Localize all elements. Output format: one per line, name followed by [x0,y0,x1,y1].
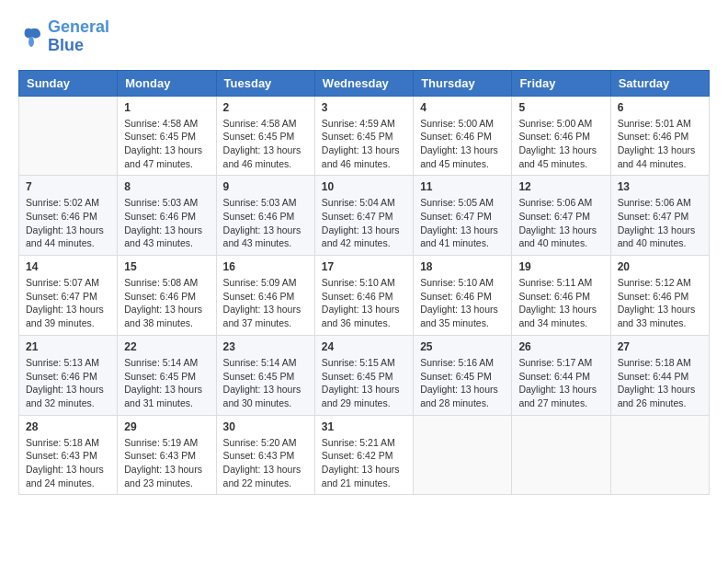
day-info: Sunrise: 5:14 AM Sunset: 6:45 PM Dayligh… [223,356,308,410]
calendar-cell: 2Sunrise: 4:58 AM Sunset: 6:45 PM Daylig… [216,96,314,176]
day-info: Sunrise: 5:21 AM Sunset: 6:42 PM Dayligh… [322,436,406,490]
calendar-header: SundayMondayTuesdayWednesdayThursdayFrid… [19,70,710,96]
day-number: 9 [223,180,308,193]
day-number: 17 [322,260,406,273]
calendar-cell: 3Sunrise: 4:59 AM Sunset: 6:45 PM Daylig… [314,96,413,176]
calendar-cell: 12Sunrise: 5:06 AM Sunset: 6:47 PM Dayli… [512,176,610,256]
day-info: Sunrise: 5:03 AM Sunset: 6:46 PM Dayligh… [124,196,209,250]
day-header-tuesday: Tuesday [216,70,314,96]
calendar-cell: 17Sunrise: 5:10 AM Sunset: 6:46 PM Dayli… [314,256,413,336]
day-info: Sunrise: 5:10 AM Sunset: 6:46 PM Dayligh… [322,276,406,330]
day-number: 8 [124,180,209,193]
calendar-cell: 25Sunrise: 5:16 AM Sunset: 6:45 PM Dayli… [414,335,512,415]
week-row-4: 28Sunrise: 5:18 AM Sunset: 6:43 PM Dayli… [19,415,710,495]
calendar-cell: 8Sunrise: 5:03 AM Sunset: 6:46 PM Daylig… [118,176,216,256]
day-header-wednesday: Wednesday [314,70,413,96]
calendar-body: 1Sunrise: 4:58 AM Sunset: 6:45 PM Daylig… [19,96,710,495]
calendar-cell: 9Sunrise: 5:03 AM Sunset: 6:46 PM Daylig… [216,176,314,256]
day-info: Sunrise: 4:59 AM Sunset: 6:45 PM Dayligh… [322,117,406,171]
day-info: Sunrise: 5:18 AM Sunset: 6:44 PM Dayligh… [618,356,702,410]
calendar-cell [414,415,512,495]
day-number: 22 [124,340,209,353]
day-number: 16 [223,260,308,273]
calendar-cell: 4Sunrise: 5:00 AM Sunset: 6:46 PM Daylig… [414,96,512,176]
calendar-cell [19,96,118,176]
day-number: 23 [223,340,308,353]
day-info: Sunrise: 5:06 AM Sunset: 6:47 PM Dayligh… [518,196,603,250]
day-number: 10 [322,180,406,193]
day-number: 19 [518,260,603,273]
day-info: Sunrise: 5:13 AM Sunset: 6:46 PM Dayligh… [26,356,110,410]
logo-text: General Blue [48,18,109,55]
calendar-cell: 22Sunrise: 5:14 AM Sunset: 6:45 PM Dayli… [118,335,216,415]
day-number: 12 [518,180,603,193]
calendar-cell: 21Sunrise: 5:13 AM Sunset: 6:46 PM Dayli… [19,335,118,415]
calendar-table: SundayMondayTuesdayWednesdayThursdayFrid… [18,70,710,496]
week-row-3: 21Sunrise: 5:13 AM Sunset: 6:46 PM Dayli… [19,335,710,415]
day-header-friday: Friday [512,70,610,96]
day-number: 6 [618,101,702,114]
day-info: Sunrise: 5:17 AM Sunset: 6:44 PM Dayligh… [518,356,603,410]
day-info: Sunrise: 5:03 AM Sunset: 6:46 PM Dayligh… [223,196,308,250]
day-number: 5 [518,101,603,114]
day-number: 14 [26,260,110,273]
day-info: Sunrise: 5:00 AM Sunset: 6:46 PM Dayligh… [518,117,603,171]
day-info: Sunrise: 5:11 AM Sunset: 6:46 PM Dayligh… [518,276,603,330]
calendar-cell: 28Sunrise: 5:18 AM Sunset: 6:43 PM Dayli… [19,415,118,495]
day-number: 24 [322,340,406,353]
day-info: Sunrise: 5:08 AM Sunset: 6:46 PM Dayligh… [124,276,209,330]
day-number: 4 [420,101,505,114]
day-number: 26 [518,340,603,353]
day-number: 11 [420,180,505,193]
calendar-cell: 20Sunrise: 5:12 AM Sunset: 6:46 PM Dayli… [610,256,709,336]
day-info: Sunrise: 5:16 AM Sunset: 6:45 PM Dayligh… [420,356,505,410]
day-header-monday: Monday [118,70,216,96]
calendar-cell: 18Sunrise: 5:10 AM Sunset: 6:46 PM Dayli… [414,256,512,336]
calendar-cell: 1Sunrise: 4:58 AM Sunset: 6:45 PM Daylig… [118,96,216,176]
day-info: Sunrise: 5:05 AM Sunset: 6:47 PM Dayligh… [420,196,505,250]
day-header-thursday: Thursday [414,70,512,96]
calendar-cell: 11Sunrise: 5:05 AM Sunset: 6:47 PM Dayli… [414,176,512,256]
day-number: 27 [618,340,702,353]
day-number: 28 [26,420,110,433]
day-number: 30 [223,420,308,433]
week-row-1: 7Sunrise: 5:02 AM Sunset: 6:46 PM Daylig… [19,176,710,256]
day-info: Sunrise: 5:15 AM Sunset: 6:45 PM Dayligh… [322,356,406,410]
day-info: Sunrise: 5:09 AM Sunset: 6:46 PM Dayligh… [223,276,308,330]
day-info: Sunrise: 5:07 AM Sunset: 6:47 PM Dayligh… [26,276,110,330]
week-row-2: 14Sunrise: 5:07 AM Sunset: 6:47 PM Dayli… [19,256,710,336]
day-number: 21 [26,340,110,353]
day-info: Sunrise: 5:10 AM Sunset: 6:46 PM Dayligh… [420,276,505,330]
calendar-cell: 15Sunrise: 5:08 AM Sunset: 6:46 PM Dayli… [118,256,216,336]
calendar-cell: 30Sunrise: 5:20 AM Sunset: 6:43 PM Dayli… [216,415,314,495]
calendar-cell: 23Sunrise: 5:14 AM Sunset: 6:45 PM Dayli… [216,335,314,415]
day-info: Sunrise: 5:20 AM Sunset: 6:43 PM Dayligh… [223,436,308,490]
calendar-cell: 5Sunrise: 5:00 AM Sunset: 6:46 PM Daylig… [512,96,610,176]
day-number: 7 [26,180,110,193]
day-info: Sunrise: 5:18 AM Sunset: 6:43 PM Dayligh… [26,436,110,490]
calendar-cell: 29Sunrise: 5:19 AM Sunset: 6:43 PM Dayli… [118,415,216,495]
day-number: 13 [618,180,702,193]
day-info: Sunrise: 5:02 AM Sunset: 6:46 PM Dayligh… [26,196,110,250]
calendar-cell: 10Sunrise: 5:04 AM Sunset: 6:47 PM Dayli… [314,176,413,256]
day-info: Sunrise: 5:14 AM Sunset: 6:45 PM Dayligh… [124,356,209,410]
day-info: Sunrise: 5:19 AM Sunset: 6:43 PM Dayligh… [124,436,209,490]
day-number: 20 [618,260,702,273]
day-header-saturday: Saturday [610,70,709,96]
day-number: 18 [420,260,505,273]
page-header: General Blue [18,18,710,55]
day-number: 31 [322,420,406,433]
calendar-cell: 31Sunrise: 5:21 AM Sunset: 6:42 PM Dayli… [314,415,413,495]
day-info: Sunrise: 4:58 AM Sunset: 6:45 PM Dayligh… [124,117,209,171]
calendar-cell: 26Sunrise: 5:17 AM Sunset: 6:44 PM Dayli… [512,335,610,415]
day-number: 29 [124,420,209,433]
week-row-0: 1Sunrise: 4:58 AM Sunset: 6:45 PM Daylig… [19,96,710,176]
calendar-cell: 16Sunrise: 5:09 AM Sunset: 6:46 PM Dayli… [216,256,314,336]
day-info: Sunrise: 4:58 AM Sunset: 6:45 PM Dayligh… [223,117,308,171]
day-number: 2 [223,101,308,114]
day-number: 15 [124,260,209,273]
calendar-cell: 7Sunrise: 5:02 AM Sunset: 6:46 PM Daylig… [19,176,118,256]
calendar-cell: 27Sunrise: 5:18 AM Sunset: 6:44 PM Dayli… [610,335,709,415]
calendar-cell: 14Sunrise: 5:07 AM Sunset: 6:47 PM Dayli… [19,256,118,336]
logo-icon [18,24,44,50]
